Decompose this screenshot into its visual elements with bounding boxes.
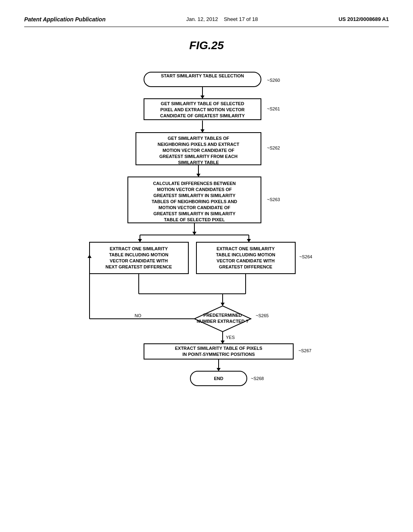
svg-text:EXTRACT ONE SIMILARITY: EXTRACT ONE SIMILARITY bbox=[110, 246, 168, 251]
svg-text:~S267: ~S267 bbox=[298, 348, 311, 353]
svg-marker-56 bbox=[221, 303, 225, 306]
svg-marker-34 bbox=[138, 239, 142, 242]
figure-title: FIG.25 bbox=[24, 39, 389, 52]
svg-marker-36 bbox=[247, 239, 251, 242]
svg-text:~S265: ~S265 bbox=[256, 313, 269, 318]
date-sheet-label: Jan. 12, 2012 Sheet 17 of 18 bbox=[186, 16, 258, 22]
svg-text:START SIMILARITY TABLE SELECTI: START SIMILARITY TABLE SELECTION bbox=[161, 73, 244, 78]
svg-text:GET SIMILARITY TABLE OF SELECT: GET SIMILARITY TABLE OF SELECTED bbox=[161, 101, 244, 106]
svg-text:~S261: ~S261 bbox=[267, 106, 280, 111]
svg-text:NO: NO bbox=[135, 313, 142, 318]
svg-text:IN POINT-SYMMETRIC POSITIONS: IN POINT-SYMMETRIC POSITIONS bbox=[182, 352, 255, 357]
svg-text:PIXEL AND EXTRACT MOTION VECTO: PIXEL AND EXTRACT MOTION VECTOR bbox=[161, 107, 245, 112]
page: Patent Application Publication Jan. 12, … bbox=[0, 0, 413, 532]
svg-text:GET SIMILARITY TABLES OF: GET SIMILARITY TABLES OF bbox=[168, 136, 229, 141]
svg-text:VECTOR CANDIDATE WITH: VECTOR CANDIDATE WITH bbox=[217, 258, 275, 263]
svg-text:SIMILARITY TABLE: SIMILARITY TABLE bbox=[178, 160, 219, 165]
svg-text:~S262: ~S262 bbox=[267, 145, 280, 150]
svg-text:MOTION VECTOR CANDIDATE OF: MOTION VECTOR CANDIDATE OF bbox=[163, 148, 234, 153]
svg-text:CALCULATE DIFFERENCES BETWEEN: CALCULATE DIFFERENCES BETWEEN bbox=[153, 181, 236, 186]
flowchart-svg: START SIMILARITY TABLE SELECTION ~S260 G… bbox=[65, 68, 348, 463]
svg-text:TABLES OF NEIGHBORING PIXELS A: TABLES OF NEIGHBORING PIXELS AND bbox=[152, 199, 237, 204]
svg-text:MOTION VECTOR CANDIDATE OF: MOTION VECTOR CANDIDATE OF bbox=[159, 205, 230, 210]
svg-text:GREATEST DIFFERENCE: GREATEST DIFFERENCE bbox=[219, 264, 272, 269]
svg-marker-11 bbox=[200, 129, 204, 133]
svg-text:~S268: ~S268 bbox=[251, 376, 264, 381]
svg-text:GREATEST SIMILARITY FROM EACH: GREATEST SIMILARITY FROM EACH bbox=[159, 154, 238, 159]
svg-text:TABLE OF SELECTED PIXEL: TABLE OF SELECTED PIXEL bbox=[164, 217, 225, 222]
svg-text:~S263: ~S263 bbox=[267, 197, 280, 202]
svg-text:VECTOR CANDIDATE WITH: VECTOR CANDIDATE WITH bbox=[110, 258, 168, 263]
svg-marker-66 bbox=[221, 341, 225, 344]
svg-text:NEXT GREATEST DIFFERENCE: NEXT GREATEST DIFFERENCE bbox=[106, 264, 172, 269]
publication-label: Patent Application Publication bbox=[24, 16, 106, 23]
svg-marker-4 bbox=[200, 96, 204, 99]
svg-text:TABLE INCLUDING MOTION: TABLE INCLUDING MOTION bbox=[109, 252, 168, 257]
svg-text:MOTION VECTOR CANDIDATES OF: MOTION VECTOR CANDIDATES OF bbox=[157, 187, 232, 192]
svg-text:GREATEST SIMILARITY IN SIMILAR: GREATEST SIMILARITY IN SIMILARITY bbox=[153, 193, 236, 198]
svg-text:END: END bbox=[214, 376, 223, 381]
svg-marker-31 bbox=[192, 232, 196, 235]
svg-text:EXTRACT ONE SIMILARITY: EXTRACT ONE SIMILARITY bbox=[217, 246, 275, 251]
svg-text:EXTRACT SIMILARITY TABLE OF PI: EXTRACT SIMILARITY TABLE OF PIXELS bbox=[175, 346, 263, 351]
svg-text:NUMBER EXTRACTED ?: NUMBER EXTRACTED ? bbox=[197, 319, 249, 324]
svg-text:PREDETERMINED: PREDETERMINED bbox=[203, 313, 242, 318]
svg-text:GREATEST SIMILARITY IN SIMILAR: GREATEST SIMILARITY IN SIMILARITY bbox=[153, 211, 236, 216]
svg-text:TABLE INCLUDING MOTION: TABLE INCLUDING MOTION bbox=[216, 252, 275, 257]
page-header: Patent Application Publication Jan. 12, … bbox=[24, 16, 389, 27]
svg-text:~S260: ~S260 bbox=[267, 78, 280, 83]
svg-text:NEIGHBORING PIXELS AND EXTRACT: NEIGHBORING PIXELS AND EXTRACT bbox=[158, 142, 240, 147]
svg-marker-20 bbox=[196, 174, 200, 177]
svg-text:~S264: ~S264 bbox=[299, 254, 312, 259]
svg-text:YES: YES bbox=[226, 335, 235, 340]
patent-number-label: US 2012/0008689 A1 bbox=[338, 16, 389, 22]
svg-marker-73 bbox=[217, 368, 221, 371]
svg-text:CANDIDATE OF GREATEST SIMILARI: CANDIDATE OF GREATEST SIMILARITY bbox=[160, 113, 245, 118]
